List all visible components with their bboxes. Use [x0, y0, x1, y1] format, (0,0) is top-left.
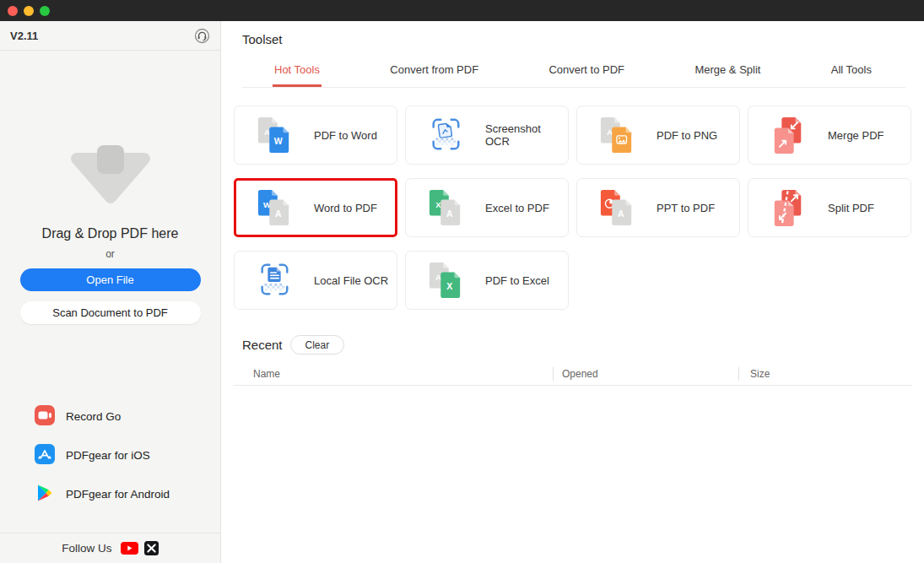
svg-text:X: X [446, 281, 452, 291]
screenshot-ocr-icon [428, 116, 463, 154]
record-go-icon [35, 405, 55, 428]
app-store-icon [35, 444, 55, 467]
sidebar-links: Record GoPDFgear for iOSPDFgear for Andr… [0, 406, 220, 522]
tool-card-label: Word to PDF [314, 202, 377, 214]
tab-all-tools[interactable]: All Tools [829, 57, 873, 87]
main-content: Toolset Hot ToolsConvert from PDFConvert… [221, 21, 924, 563]
app-version: V2.11 [10, 30, 38, 42]
merge-pdf-icon [770, 116, 806, 154]
excel-to-pdf-icon: X A [428, 188, 463, 227]
sidebar-header: V2.11 [0, 21, 220, 51]
tool-card-label: PPT to PDF [657, 202, 715, 214]
tool-card-label: PDF to PNG [657, 129, 717, 142]
ppt-to-pdf-icon: A [599, 188, 635, 227]
tool-card-label: Merge PDF [828, 129, 883, 142]
tool-card-merge-pdf[interactable]: Merge PDF [748, 106, 911, 165]
tab-merge-split[interactable]: Merge & Split [693, 57, 762, 87]
tool-card-local-file-ocr[interactable]: Local File OCR [234, 251, 397, 310]
tool-card-label: Excel to PDF [485, 202, 549, 214]
pdf-dropzone[interactable]: Drag & Drop PDF here or Open File Scan D… [0, 51, 220, 324]
sidebar-link-label: Record Go [66, 410, 121, 423]
youtube-icon[interactable] [121, 542, 138, 555]
tab-hot-tools[interactable]: Hot Tools [273, 57, 322, 87]
tool-card-ppt-to-pdf[interactable]: APPT to PDF [576, 178, 740, 237]
svg-text:A: A [618, 208, 624, 219]
pdf-to-excel-icon: A X [428, 261, 463, 300]
tools-grid: A WPDF to WordScreenshot OCR A PDF to PN… [234, 106, 912, 310]
tool-card-split-pdf[interactable]: Split PDF [748, 178, 911, 237]
google-play-icon [35, 483, 55, 506]
page-title: Toolset [242, 32, 912, 46]
follow-us-label: Follow Us [62, 542, 111, 555]
tool-card-pdf-to-png[interactable]: A PDF to PNG [576, 106, 740, 165]
tool-card-label: Local File OCR [314, 274, 388, 287]
recent-table-header: NameOpenedSize [234, 363, 912, 386]
headset-support-icon[interactable] [194, 28, 210, 44]
pdf-to-word-icon: A W [257, 116, 292, 154]
svg-text:A: A [435, 273, 441, 282]
split-pdf-icon [770, 188, 806, 227]
sidebar-link-pdfgear-for-android[interactable]: PDFgear for Android [0, 484, 220, 504]
tool-card-screenshot-ocr[interactable]: Screenshot OCR [405, 106, 569, 165]
minimize-window-button[interactable] [24, 6, 34, 16]
recent-column-size: Size [738, 367, 912, 381]
tab-convert-to-pdf[interactable]: Convert to PDF [547, 57, 626, 87]
recent-column-opened: Opened [553, 367, 738, 381]
tool-card-pdf-to-word[interactable]: A WPDF to Word [234, 106, 397, 165]
local-file-ocr-icon [257, 261, 292, 300]
scan-document-button[interactable]: Scan Document to PDF [20, 301, 201, 324]
sidebar-link-label: PDFgear for Android [66, 488, 170, 501]
svg-text:A: A [275, 208, 282, 219]
dropzone-title: Drag & Drop PDF here [0, 226, 220, 241]
recent-table-empty-area [234, 386, 912, 538]
tool-card-label: PDF to Word [314, 129, 377, 142]
zoom-window-button[interactable] [40, 6, 50, 16]
open-file-button[interactable]: Open File [20, 268, 201, 291]
sidebar-link-label: PDFgear for iOS [66, 449, 150, 462]
tab-convert-from-pdf[interactable]: Convert from PDF [388, 57, 480, 87]
sidebar: V2.11 Drag & Drop PDF here or [0, 21, 221, 563]
svg-text:A: A [607, 127, 613, 137]
tool-card-word-to-pdf[interactable]: W AWord to PDF [234, 178, 397, 237]
sidebar-footer: Follow Us [0, 533, 220, 563]
sidebar-link-pdfgear-for-ios[interactable]: PDFgear for iOS [0, 445, 220, 465]
word-to-pdf-icon: W A [257, 188, 292, 227]
svg-text:W: W [274, 136, 283, 146]
tool-card-excel-to-pdf[interactable]: X AExcel to PDF [405, 178, 569, 237]
x-icon[interactable] [144, 541, 159, 555]
svg-text:A: A [264, 127, 270, 137]
recent-section-header: Recent Clear [242, 335, 912, 355]
tool-card-label: Screenshot OCR [485, 122, 568, 148]
dropzone-or-label: or [0, 248, 220, 260]
tabs-bar: Hot ToolsConvert from PDFConvert to PDFM… [242, 57, 905, 88]
recent-column-name: Name [234, 367, 553, 381]
tool-card-pdf-to-excel[interactable]: A XPDF to Excel [405, 251, 569, 310]
recent-title: Recent [242, 338, 283, 352]
sidebar-link-record-go[interactable]: Record Go [0, 406, 220, 426]
titlebar [0, 0, 924, 21]
tool-card-label: Split PDF [828, 202, 874, 214]
pdf-to-png-icon: A [599, 116, 635, 154]
tool-card-label: PDF to Excel [485, 274, 549, 287]
download-arrow-icon [0, 145, 220, 204]
svg-text:X: X [435, 200, 441, 209]
close-window-button[interactable] [8, 6, 18, 16]
clear-recent-button[interactable]: Clear [290, 335, 345, 355]
svg-text:A: A [446, 208, 453, 219]
